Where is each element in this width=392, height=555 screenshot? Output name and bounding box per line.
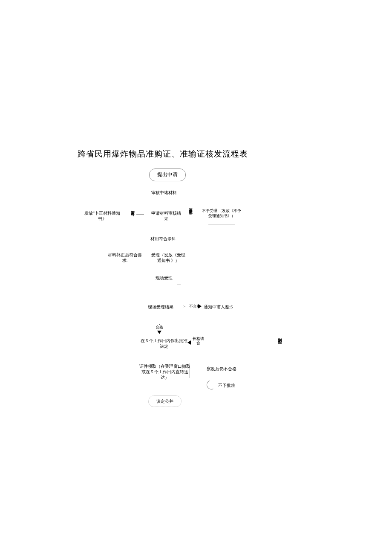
not-accept: 不予受理 （发放《不予受理通知书》）: [200, 209, 243, 218]
onsite-result: 现场受理结果: [148, 304, 173, 310]
vline-icon: [190, 363, 190, 378]
refuse-rectify: 到用不整改: [277, 335, 282, 337]
still-fail: 察改后仍不合格: [207, 366, 236, 372]
arrow-down-icon: [157, 331, 161, 334]
not-accept-case: 符合不予受理请形: [188, 205, 193, 208]
curve-icon: [205, 379, 217, 391]
arrow-left-icon: [187, 340, 191, 345]
after-correction: 材料补正后符合要求.: [108, 252, 142, 263]
page-title: 跨省民用爆炸物品准购证、准输证核发流程表: [78, 148, 248, 160]
accept-node: 受理（发放《受理通知书 》）: [151, 252, 185, 263]
need-supplement: 需要补正材料: [130, 207, 135, 210]
arrow-right-icon: [198, 304, 202, 308]
not-approve: 不予批准: [218, 383, 235, 388]
material-review-result: 申请材料审核结果: [151, 210, 181, 221]
pass-label: 合格: [156, 325, 163, 330]
cert-collect: 证件领取（在受理窗口撤取或在 5 个工作日内直转送达）: [139, 363, 190, 380]
material-ok: 材用符合条科: [150, 236, 176, 241]
qualified-request: 长格请合: [192, 337, 205, 346]
onsite-accept: 现场受理: [156, 275, 173, 281]
dash-mark: —: [177, 282, 181, 287]
issue-correction-notice: 发放"卜正材料通知书》: [83, 210, 121, 221]
review-materials: 审核中诸材料: [151, 190, 177, 195]
decision-node: 在 5 个工作日内作出批准决定: [141, 338, 187, 349]
start-node: 提出申请: [149, 169, 186, 181]
dot-icon: [159, 324, 160, 325]
notify-rectify: 通知中甫人整;S: [204, 304, 233, 310]
publish-node: 谈定公并: [148, 395, 182, 407]
